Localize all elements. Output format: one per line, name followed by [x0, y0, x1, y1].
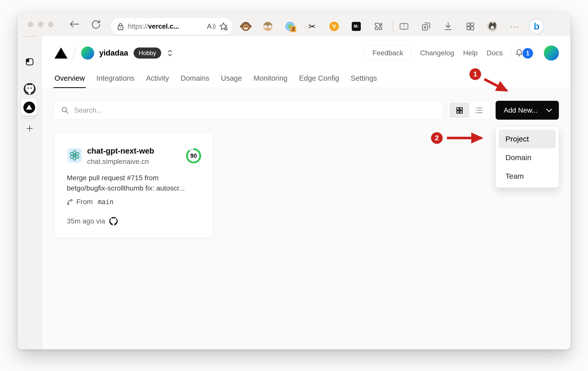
apps-grid-icon [465, 21, 475, 31]
breadcrumb: yidadaa Hobby [54, 43, 173, 63]
window-minimize-button[interactable] [38, 22, 43, 27]
sound-waves-icon [212, 23, 215, 30]
grid-view-button[interactable] [449, 103, 469, 118]
refresh-button[interactable] [91, 20, 101, 29]
downloads-button[interactable] [440, 18, 456, 35]
address-bar[interactable]: https://vercel.c... A [111, 18, 233, 35]
analytics-score-value: 90 [188, 150, 199, 162]
panel-icon [25, 57, 34, 66]
apps-launcher-button[interactable] [462, 18, 478, 35]
tab-monitoring[interactable]: Monitoring [254, 68, 287, 88]
notifications-button[interactable]: 1 [511, 45, 535, 61]
search-input[interactable] [74, 106, 443, 114]
person-glasses-icon [263, 22, 272, 31]
list-view-button[interactable] [469, 103, 489, 118]
extensions-menu-button[interactable] [371, 18, 386, 35]
latest-commit-message: Merge pull request #715 from betgo/bugfi… [67, 173, 207, 193]
project-favicon [67, 148, 82, 163]
add-new-label: Add New... [504, 106, 538, 114]
profile-button[interactable] [485, 18, 500, 35]
project-domain[interactable]: chat.simplenaive.cn [87, 158, 149, 166]
plus-icon [25, 124, 34, 133]
sidebar-divider-active [22, 118, 37, 119]
sidebar-divider-top [22, 36, 37, 37]
tampermonkey-extension-button[interactable] [238, 18, 254, 35]
header-actions: Feedback Changelog Help Docs 1 [365, 43, 559, 63]
markdown-extension-button[interactable]: M↓ [348, 18, 364, 35]
tab-usage[interactable]: Usage [221, 68, 242, 88]
vercel-logo[interactable] [54, 48, 68, 59]
tab-activity[interactable]: Activity [146, 68, 169, 88]
download-icon [443, 22, 453, 31]
back-button[interactable] [69, 20, 80, 28]
view-toggle [448, 101, 490, 120]
dashboard-tabs: Overview Integrations Activity Domains U… [54, 68, 377, 88]
sidebar-add-button[interactable] [18, 124, 42, 133]
chevron-updown-icon [167, 49, 173, 57]
browser-window: https://vercel.c... A 2 ✂ [18, 13, 570, 349]
github-icon [23, 82, 36, 96]
collections-button[interactable] [418, 18, 434, 35]
commit-line-1: Merge pull request #715 from [67, 173, 207, 183]
extensions-strip: 2 ✂ V M↓ [238, 18, 544, 35]
dropdown-item-team[interactable]: Team [499, 167, 556, 186]
back-arrow-icon [69, 20, 80, 28]
vercel-icon [23, 102, 35, 113]
split-screen-button[interactable] [396, 18, 412, 35]
edge-sidebar [18, 36, 42, 349]
project-name[interactable]: chat-gpt-next-web [87, 147, 154, 156]
tab-overview[interactable]: Overview [54, 68, 85, 88]
annotation-step-2: 2 [431, 132, 443, 144]
window-zoom-button[interactable] [48, 22, 53, 27]
puzzle-icon [374, 22, 383, 31]
browser-toolbar: https://vercel.c... A 2 ✂ [18, 13, 570, 36]
sidebar-vercel-button-active[interactable] [21, 99, 37, 116]
toolbar-divider [393, 21, 393, 31]
docs-link[interactable]: Docs [487, 49, 503, 57]
git-branch-icon [66, 198, 73, 205]
overview-body: Add New... c [42, 88, 570, 349]
project-card[interactable]: chat-gpt-next-web chat.simplenaive.cn 90… [54, 133, 213, 238]
team-switcher-button[interactable] [167, 49, 173, 57]
team-avatar[interactable] [81, 47, 94, 60]
feedback-button[interactable]: Feedback [365, 45, 411, 61]
tab-domains[interactable]: Domains [181, 68, 209, 88]
url-text: https://vercel.c... [128, 23, 179, 30]
dropdown-item-domain[interactable]: Domain [499, 148, 556, 167]
add-new-button[interactable]: Add New... [496, 101, 559, 120]
branch-from-label: From [76, 198, 93, 206]
sidebar-panel-button[interactable] [18, 57, 42, 66]
bing-chat-button[interactable]: b [529, 18, 544, 35]
deploy-time: 35m ago via [67, 217, 105, 225]
translate-icon: 2 [285, 22, 295, 31]
branch-name: main [98, 198, 113, 206]
tab-edge-config[interactable]: Edge Config [299, 68, 339, 88]
sidebar-github-button[interactable] [18, 82, 42, 96]
tab-settings[interactable]: Settings [351, 68, 377, 88]
plan-badge: Hobby [134, 48, 161, 59]
favorites-add-button[interactable] [219, 22, 228, 31]
translate-extension-button[interactable]: 2 [282, 18, 298, 35]
analytics-score-ring[interactable]: 90 [186, 148, 201, 163]
v-extension-button[interactable]: V [326, 18, 342, 35]
read-aloud-button[interactable]: A [207, 22, 215, 30]
more-menu-button[interactable]: ··· [507, 18, 522, 35]
url-host: vercel.c... [148, 23, 179, 30]
web-clipper-extension-button[interactable]: ✂ [304, 18, 320, 35]
chevron-down-icon [546, 108, 552, 112]
user-avatar[interactable] [544, 45, 559, 61]
changelog-link[interactable]: Changelog [420, 49, 454, 57]
avatar-extension-button[interactable] [260, 18, 276, 35]
grid-view-icon [455, 106, 463, 114]
star-add-icon [219, 22, 228, 31]
markdown-icon: M↓ [352, 22, 361, 31]
deploy-meta: 35m ago via [67, 216, 118, 226]
dropdown-item-project[interactable]: Project [499, 130, 556, 148]
project-search[interactable] [54, 101, 443, 120]
tab-integrations[interactable]: Integrations [96, 68, 135, 88]
window-close-button[interactable] [28, 22, 33, 27]
lock-icon [117, 22, 124, 31]
collections-add-icon [421, 21, 431, 31]
help-link[interactable]: Help [463, 49, 478, 57]
commit-line-2: betgo/bugfix-scrollthumb fix: autoscr... [67, 183, 207, 193]
